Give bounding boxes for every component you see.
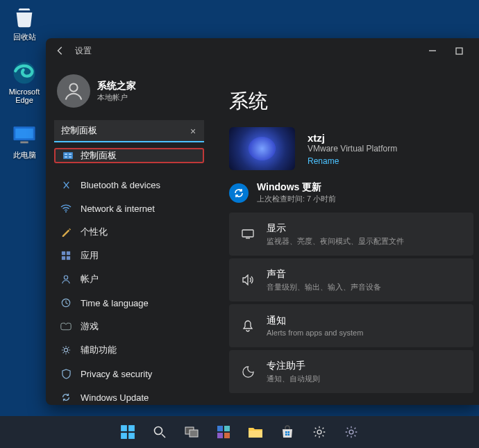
widgets-button[interactable] [210,419,237,445]
nav-label: Windows Update [81,392,149,403]
nav-item[interactable]: Time & language [54,291,204,315]
settings-card[interactable]: 声音音量级别、输出、输入、声音设备 [229,258,473,301]
nav-label: 应用 [81,249,99,262]
card-icon [240,366,255,378]
svg-rect-30 [224,433,230,438]
pc-info-row: xtzj VMware Virtual Platform Rename [229,127,473,170]
card-title: 显示 [267,222,404,235]
titlebar: 设置 [46,38,479,63]
rename-link[interactable]: Rename [308,156,397,166]
svg-point-24 [155,427,162,435]
svg-point-18 [64,348,67,351]
edge-icon [11,60,37,86]
user-name: 系统之家 [97,80,136,92]
svg-point-5 [69,83,77,91]
desktop-icon-recycle[interactable]: 回收站 [3,4,46,42]
nav-list: Bluetooth & devicesNetwork & internet个性化… [54,173,204,405]
nav-item[interactable]: Windows Update [54,385,204,405]
start-button[interactable] [115,419,141,445]
svg-rect-14 [62,256,65,260]
svg-rect-35 [288,434,290,436]
nav-label: Network & internet [81,204,155,214]
nav-icon [60,249,72,262]
card-title: 专注助手 [267,360,320,372]
nav-label: Time & language [81,298,149,308]
svg-rect-28 [224,426,230,431]
task-view-button[interactable] [178,419,205,445]
svg-rect-7 [65,154,67,155]
pc-platform: VMware Virtual Platform [308,144,397,154]
svg-rect-33 [288,431,290,433]
nav-icon [60,273,72,285]
maximize-button[interactable] [446,41,472,60]
nav-icon [60,179,72,191]
nav-icon [60,344,72,356]
card-icon [240,320,255,332]
svg-rect-4 [456,48,462,54]
user-row[interactable]: 系统之家 本地帐户 [54,70,204,115]
clear-search-button[interactable]: × [186,124,200,138]
desktop-icon-label: Microsoft Edge [3,88,46,104]
nav-icon [60,297,72,309]
svg-point-36 [317,430,321,434]
nav-item[interactable]: 游戏 [54,315,204,338]
pc-wallpaper [229,127,295,170]
card-title: 通知 [267,315,363,327]
desktop-icon-thispc[interactable]: 此电脑 [3,122,46,160]
svg-rect-19 [242,230,253,237]
svg-point-37 [349,430,353,434]
settings-card[interactable]: 显示监视器、亮度、夜间模式、显示配置文件 [229,213,473,256]
search-suggestion[interactable]: 控制面板 [54,148,204,163]
settings-window: 设置 系统之家 本地帐户 × [46,38,479,405]
nav-icon [60,391,72,404]
svg-rect-13 [67,251,70,255]
explorer-button[interactable] [242,419,269,445]
nav-item[interactable]: 辅助功能 [54,338,204,362]
windows-update-row[interactable]: Windows 更新 上次检查时间: 7 小时前 [229,181,473,204]
svg-rect-10 [69,156,72,158]
nav-label: 游戏 [81,320,99,333]
svg-rect-20 [121,425,127,431]
search-input[interactable] [54,120,204,142]
card-title: 声音 [267,268,381,281]
svg-rect-2 [15,128,33,138]
nav-item[interactable]: Privacy & security [54,362,204,385]
right-pane: 系统 xtzj VMware Virtual Platform Rename W… [212,63,479,405]
nav-label: 辅助功能 [81,344,117,356]
sync-icon [229,183,249,203]
wu-title: Windows 更新 [257,181,336,194]
recycle-icon [11,4,37,31]
back-button[interactable] [53,43,68,58]
desktop-icon-label: 回收站 [13,32,36,42]
suggestion-label: 控制面板 [81,149,117,162]
svg-rect-12 [62,251,65,255]
search-wrap: × [54,120,204,142]
avatar [57,74,90,108]
card-sub: 通知、自动规则 [267,374,320,384]
minimize-button[interactable] [419,41,446,60]
card-sub: 监视器、亮度、夜间模式、显示配置文件 [267,236,404,247]
taskbar-search-button[interactable] [146,419,173,445]
svg-rect-27 [217,426,223,431]
card-icon [240,229,255,239]
nav-label: Bluetooth & devices [81,180,160,190]
svg-rect-32 [285,431,287,433]
store-button[interactable] [274,419,301,445]
settings-card[interactable]: 专注助手通知、自动规则 [229,350,473,393]
nav-item[interactable]: 个性化 [54,220,204,244]
nav-icon [60,367,72,380]
settings-taskbar-button-2[interactable] [338,419,364,445]
nav-label: 帐户 [81,273,99,285]
nav-icon [60,320,72,333]
settings-card[interactable]: 通知Alerts from apps and system [229,304,473,347]
nav-item[interactable]: Bluetooth & devices [54,173,204,197]
svg-rect-21 [128,425,135,431]
desktop-icon-edge[interactable]: Microsoft Edge [3,60,46,104]
nav-item[interactable]: 应用 [54,244,204,267]
svg-rect-15 [67,256,70,260]
nav-item[interactable]: Network & internet [54,197,204,220]
window-title: 设置 [75,45,92,57]
settings-taskbar-button[interactable] [306,419,333,445]
page-heading: 系统 [229,88,473,115]
nav-item[interactable]: 帐户 [54,267,204,291]
